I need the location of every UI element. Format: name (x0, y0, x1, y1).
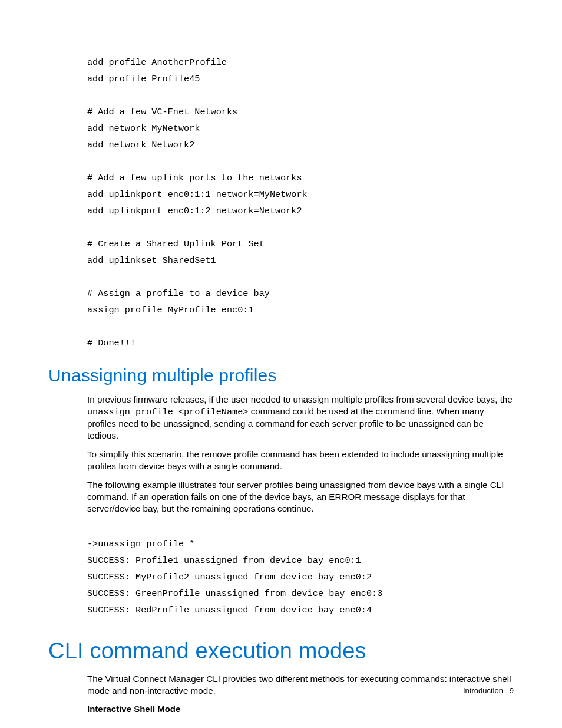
code-line: add profile AnotherProfile (87, 57, 227, 68)
code-line: SUCCESS: GreenProfile unassigned from de… (87, 588, 382, 599)
code-line: # Add a few VC-Enet Networks (87, 107, 237, 117)
code-line: add profile Profile45 (87, 74, 200, 84)
code-line: add uplinkport enc0:1:2 network=Network2 (87, 206, 302, 216)
code-line: # Add a few uplink ports to the networks (87, 173, 302, 183)
code-line: # Done!!! (87, 338, 135, 348)
code-line: # Create a Shared Uplink Port Set (87, 239, 265, 249)
paragraph: The following example illustrates four s… (87, 479, 515, 515)
code-block-2: ->unassign profile * SUCCESS: Profile1 u… (87, 519, 515, 618)
code-line: SUCCESS: MyProfile2 unassigned from devi… (87, 572, 372, 582)
code-line: SUCCESS: Profile1 unassigned from device… (87, 555, 361, 566)
paragraph: To simplify this scenario, the remove pr… (87, 449, 515, 472)
code-block-1: add profile AnotherProfile add profile P… (87, 0, 515, 351)
code-line: add uplinkport enc0:1:1 network=MyNetwor… (87, 189, 308, 200)
inline-code: unassign profile <profileName> (87, 407, 248, 417)
code-line: SUCCESS: RedProfile unassigned from devi… (87, 605, 372, 615)
page-footer: Introduction 9 (463, 686, 514, 695)
heading-unassigning: Unassigning multiple profiles (48, 365, 562, 386)
code-line: # Assign a profile to a device bay (87, 288, 270, 299)
paragraph: The Virtual Connect Manager CLI provides… (87, 673, 515, 697)
footer-page-number: 9 (510, 686, 514, 695)
document-page: add profile AnotherProfile add profile P… (0, 0, 562, 728)
code-line: add network Network2 (87, 140, 194, 150)
heading-cli-modes: CLI command execution modes (48, 638, 562, 664)
footer-section-label: Introduction (463, 686, 503, 695)
code-line: ->unassign profile * (87, 539, 194, 549)
code-line: add network MyNetwork (87, 123, 200, 134)
code-line: add uplinkset SharedSet1 (87, 255, 216, 266)
text: In previous firmware releases, if the us… (87, 394, 513, 404)
subheading-interactive: Interactive Shell Mode (87, 704, 562, 714)
paragraph: In previous firmware releases, if the us… (87, 394, 515, 442)
code-line: assign profile MyProfile enc0:1 (87, 305, 254, 315)
